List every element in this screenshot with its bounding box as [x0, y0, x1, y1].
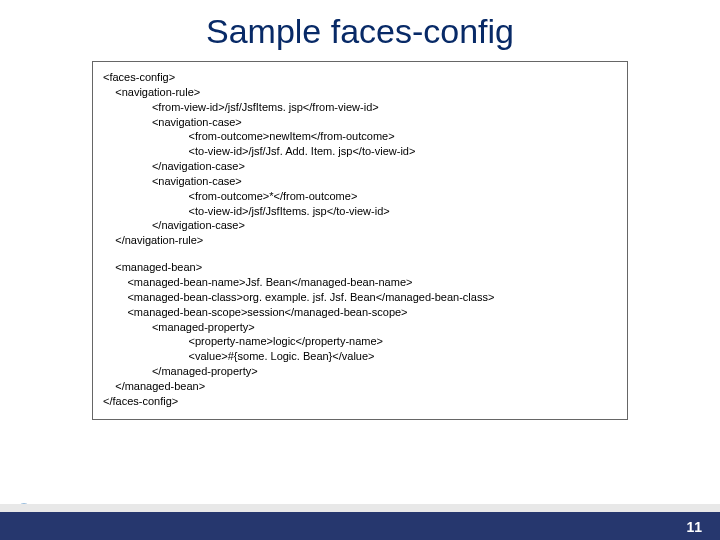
- code-line: </navigation-rule>: [103, 233, 617, 248]
- code-line: </faces-config>: [103, 394, 617, 409]
- footer-bar: 11: [0, 512, 720, 540]
- footer-band: [0, 504, 720, 512]
- code-line: <from-view-id>/jsf/JsfItems. jsp</from-v…: [103, 100, 617, 115]
- code-line: <managed-bean-name>Jsf. Bean</managed-be…: [103, 275, 617, 290]
- code-line: <from-outcome>*</from-outcome>: [103, 189, 617, 204]
- slide: Sample faces-config <faces-config> <navi…: [0, 0, 720, 540]
- code-line: </navigation-case>: [103, 159, 617, 174]
- code-line: <managed-property>: [103, 320, 617, 335]
- code-line: <navigation-case>: [103, 174, 617, 189]
- code-line: </managed-bean>: [103, 379, 617, 394]
- code-block: <faces-config> <navigation-rule> <from-v…: [92, 61, 628, 420]
- code-line: <managed-bean-class>org. example. jsf. J…: [103, 290, 617, 305]
- code-line: <to-view-id>/jsf/Jsf. Add. Item. jsp</to…: [103, 144, 617, 159]
- code-line: <value>#{some. Logic. Bean}</value>: [103, 349, 617, 364]
- code-line: <navigation-case>: [103, 115, 617, 130]
- code-line: <from-outcome>newItem</from-outcome>: [103, 129, 617, 144]
- code-line: <managed-bean-scope>session</managed-bea…: [103, 305, 617, 320]
- code-line: </navigation-case>: [103, 218, 617, 233]
- spacer: [103, 248, 617, 260]
- code-line: <navigation-rule>: [103, 85, 617, 100]
- code-line: <property-name>logic</property-name>: [103, 334, 617, 349]
- code-line: </managed-property>: [103, 364, 617, 379]
- page-number: 11: [686, 519, 702, 535]
- code-line: <managed-bean>: [103, 260, 617, 275]
- code-line: <faces-config>: [103, 70, 617, 85]
- page-title: Sample faces-config: [0, 0, 720, 59]
- code-line: <to-view-id>/jsf/JsfItems. jsp</to-view-…: [103, 204, 617, 219]
